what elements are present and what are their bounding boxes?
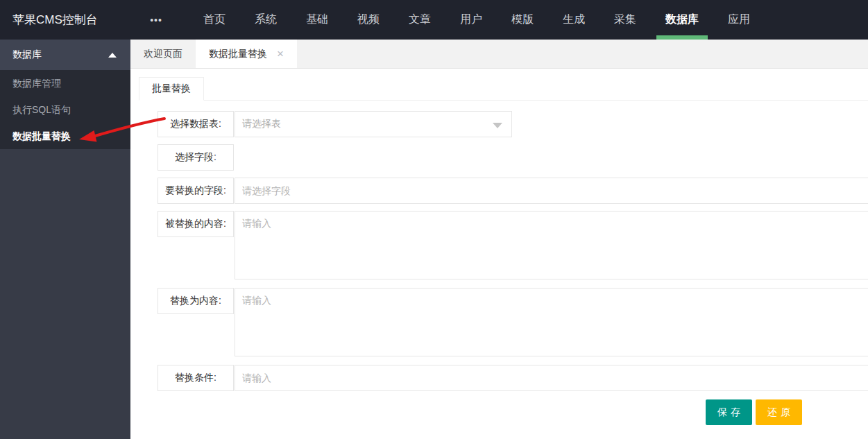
nav-item-home[interactable]: 首页: [189, 0, 240, 40]
replaced-content-textarea[interactable]: [235, 211, 868, 279]
form-row-target-field: 要替换的字段:: [158, 178, 868, 204]
nav-item-user[interactable]: 用户: [445, 0, 497, 40]
tab-welcome[interactable]: 欢迎页面: [130, 40, 196, 68]
sidebar-item-batch-replace[interactable]: 数据批量替换: [0, 123, 130, 149]
form-row-replacement-content: 替换为内容:: [158, 288, 868, 356]
sidebar-submenu: 数据库管理 执行SQL语句 数据批量替换: [0, 70, 130, 149]
form-row-choose-fields: 选择字段:: [158, 144, 868, 171]
main-area: 欢迎页面 数据批量替换 × 批量替换 选择数据表: 请选择表 选择字段:: [130, 40, 868, 439]
form-row-replaced-content: 被替换的内容:: [158, 211, 868, 279]
sidebar-group-label: 数据库: [12, 49, 42, 61]
form-row-replace-condition: 替换条件:: [158, 365, 868, 391]
form-actions: 保存 还原: [158, 399, 868, 425]
form-row-select-table: 选择数据表: 请选择表: [158, 111, 868, 137]
more-horizontal-icon[interactable]: •••: [130, 0, 182, 40]
close-icon[interactable]: ×: [277, 48, 284, 60]
sidebar: 数据库 数据库管理 执行SQL语句 数据批量替换: [0, 40, 130, 439]
content-panel: 批量替换 选择数据表: 请选择表 选择字段: 要替换的字段: 被: [130, 69, 868, 425]
tab-batch-replace[interactable]: 数据批量替换 ×: [196, 40, 297, 68]
replace-condition-input[interactable]: [235, 365, 868, 391]
replacement-content-label: 替换为内容:: [158, 288, 234, 314]
page-tab-bar: 欢迎页面 数据批量替换 ×: [130, 40, 868, 69]
nav-item-app[interactable]: 应用: [713, 0, 765, 40]
nav-item-basic[interactable]: 基础: [291, 0, 343, 40]
nav-item-generate[interactable]: 生成: [548, 0, 599, 40]
panel-tab-batch-replace[interactable]: 批量替换: [139, 77, 204, 101]
replacement-content-textarea[interactable]: [235, 288, 868, 356]
top-nav: 首页 系统 基础 视频 文章 用户 模版 生成 采集 数据库 应用: [189, 0, 765, 40]
nav-item-system[interactable]: 系统: [240, 0, 291, 40]
replaced-content-label: 被替换的内容:: [158, 211, 234, 237]
nav-item-article[interactable]: 文章: [394, 0, 445, 40]
nav-item-collect[interactable]: 采集: [599, 0, 651, 40]
tab-welcome-label: 欢迎页面: [144, 48, 182, 60]
nav-item-template[interactable]: 模版: [497, 0, 548, 40]
restore-button[interactable]: 还原: [756, 399, 802, 425]
sidebar-item-exec-sql[interactable]: 执行SQL语句: [0, 96, 130, 123]
nav-item-video[interactable]: 视频: [343, 0, 394, 40]
top-bar: 苹果CMS控制台 ••• 首页 系统 基础 视频 文章 用户 模版 生成 采集 …: [0, 0, 868, 40]
tab-batch-replace-label: 数据批量替换: [209, 48, 267, 60]
app-logo: 苹果CMS控制台: [0, 0, 130, 40]
replace-condition-label: 替换条件:: [158, 365, 234, 391]
sidebar-item-database-manage[interactable]: 数据库管理: [0, 70, 130, 96]
target-field-label: 要替换的字段:: [158, 178, 234, 204]
select-table-label: 选择数据表:: [158, 111, 234, 137]
sidebar-group-database[interactable]: 数据库: [0, 40, 130, 70]
panel-tab-bar: 批量替换: [139, 77, 868, 101]
target-field-input[interactable]: [235, 178, 868, 204]
table-select[interactable]: 请选择表: [235, 111, 512, 137]
batch-replace-form: 选择数据表: 请选择表 选择字段: 要替换的字段: 被替换的内容:: [158, 111, 868, 425]
nav-item-database[interactable]: 数据库: [651, 0, 713, 40]
table-select-placeholder: 请选择表: [242, 118, 281, 130]
caret-up-icon: [108, 53, 117, 58]
save-button[interactable]: 保存: [706, 399, 752, 425]
choose-fields-label: 选择字段:: [158, 144, 234, 171]
caret-down-icon: [493, 123, 502, 128]
